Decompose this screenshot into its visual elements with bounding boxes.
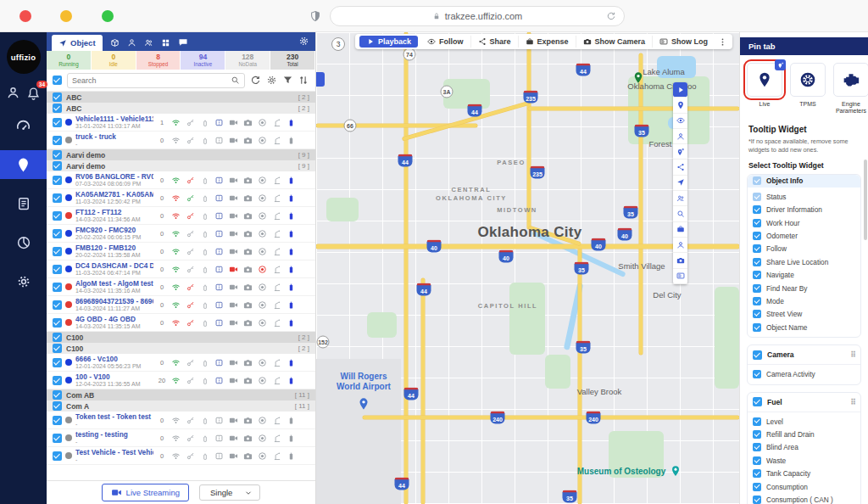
vehicle-checkbox[interactable]: [53, 118, 62, 127]
item-checkbox[interactable]: [753, 323, 761, 332]
item-checkbox[interactable]: [753, 430, 761, 439]
photo-camera-icon[interactable]: [242, 132, 253, 148]
status-chip-inactive[interactable]: 94Inactive: [181, 51, 225, 70]
tooltip-item-work-hour[interactable]: Work Hour: [753, 216, 855, 229]
vehicle-row[interactable]: FT112 - FT11214-03-2024 11:34:56 AM 0: [47, 207, 315, 225]
vehicle-checkbox[interactable]: [53, 211, 62, 221]
card-item-waste[interactable]: Waste: [753, 454, 855, 467]
address-bar[interactable]: trakzee.uffizio.com: [330, 6, 625, 26]
sidebar-item-analytics[interactable]: [0, 228, 47, 257]
item-checkbox[interactable]: [753, 297, 761, 305]
zoom-window-button[interactable]: [102, 10, 114, 22]
card-header[interactable]: Camera⠿: [753, 348, 855, 361]
reload-icon[interactable]: [606, 11, 616, 21]
card-item-consumption-can-[interactable]: Consumption ( CAN ): [753, 493, 855, 504]
side-tool-card-icon[interactable]: [673, 269, 687, 284]
close-window-button[interactable]: [19, 10, 31, 22]
video-camera-icon[interactable]: [228, 172, 239, 188]
tooltip-item-find-near-by[interactable]: Find Near By: [753, 282, 855, 294]
search-input[interactable]: [72, 76, 231, 85]
photo-camera-icon[interactable]: [242, 115, 253, 130]
vehicle-checkbox[interactable]: [53, 247, 62, 256]
video-camera-icon[interactable]: [228, 132, 239, 148]
tooltip-item-navigate[interactable]: Navigate: [753, 269, 855, 282]
photo-camera-icon[interactable]: [242, 448, 253, 463]
toolbar-button-follow[interactable]: Follow: [420, 36, 471, 48]
video-camera-icon[interactable]: [228, 279, 239, 294]
item-checkbox[interactable]: [753, 244, 761, 253]
vehicle-checkbox[interactable]: [53, 451, 62, 461]
record-icon[interactable]: [257, 244, 268, 259]
tooltip-item-object-name[interactable]: Object Name: [753, 321, 855, 333]
tooltip-item-share-live-location[interactable]: Share Live Location: [753, 255, 855, 268]
vehicle-row[interactable]: Vehicle1111 - Vehicle111131-01-2024 11:0…: [47, 114, 315, 132]
photo-camera-icon[interactable]: [242, 355, 253, 370]
side-tool-person-icon[interactable]: [673, 129, 687, 144]
side-tool-cursor-icon[interactable]: [673, 176, 687, 191]
item-checkbox[interactable]: [753, 370, 761, 378]
select-all-checkbox[interactable]: [53, 76, 62, 85]
card-item-tank-capacity[interactable]: Tank Capacity: [753, 467, 855, 479]
tooltip-item-object-info[interactable]: Object Info: [748, 175, 860, 188]
group-checkbox[interactable]: [53, 161, 62, 171]
drag-handle-icon[interactable]: ⠿: [850, 350, 855, 359]
item-checkbox[interactable]: [753, 417, 761, 426]
status-chip-idle[interactable]: 0Idle: [92, 51, 136, 70]
item-checkbox[interactable]: [753, 193, 761, 201]
side-tool-briefcase-icon[interactable]: [673, 222, 687, 238]
item-checkbox[interactable]: [753, 271, 761, 279]
vehicle-row[interactable]: FMC920 - FMC92020-02-2024 06:06:15 PM 0: [47, 225, 315, 243]
card-checkbox[interactable]: [753, 350, 762, 360]
vehicle-row[interactable]: KA05AM2781 - KA05AM27...11-03-2024 12:50…: [47, 189, 315, 207]
photo-camera-icon[interactable]: [242, 172, 253, 188]
zoo-marker-icon[interactable]: [632, 70, 645, 85]
item-checkbox[interactable]: [753, 205, 761, 214]
vehicle-row[interactable]: Token test - Token test- 0: [47, 412, 315, 429]
widget-card-engine-parameters[interactable]: [833, 63, 868, 97]
card-item-camera-activity[interactable]: Camera Activity: [753, 367, 855, 380]
tooltip-item-street-view[interactable]: Street View: [753, 308, 855, 321]
toolbar-button-playback[interactable]: Playback: [359, 36, 418, 48]
card-item-consumption[interactable]: Consumption: [753, 480, 855, 493]
status-chip-stopped[interactable]: 8Stopped: [136, 51, 181, 70]
vehicle-group-row[interactable]: ABC[ 2 ]: [47, 103, 315, 114]
photo-camera-icon[interactable]: [242, 244, 253, 259]
vehicle-checkbox[interactable]: [53, 300, 62, 310]
tooltip-item-driver-information[interactable]: Driver Information: [753, 204, 855, 216]
vehicle-group-row[interactable]: ABC[ 2 ]: [47, 92, 315, 103]
group-checkbox[interactable]: [53, 390, 62, 400]
vehicle-row[interactable]: 4G OBD - 4G OBD14-03-2024 11:35:15 AM 0: [47, 314, 315, 332]
vehicle-checkbox[interactable]: [53, 136, 62, 145]
panel-settings-icon[interactable]: [298, 36, 309, 47]
card-header[interactable]: Fuel⠿: [753, 395, 855, 409]
item-checkbox[interactable]: [753, 219, 761, 227]
item-checkbox[interactable]: [753, 456, 761, 465]
vehicle-row[interactable]: 6666 - Vc10012-01-2024 05:56:23 PM 0: [47, 354, 315, 372]
toolbar-button-show-camera[interactable]: Show Camera: [576, 36, 654, 48]
side-tool-magnifier-icon[interactable]: [673, 206, 687, 221]
group-checkbox[interactable]: [53, 104, 62, 113]
tab-message-icon[interactable]: [178, 37, 188, 48]
record-icon[interactable]: [257, 172, 268, 188]
record-icon[interactable]: [257, 448, 268, 463]
video-camera-icon[interactable]: [228, 315, 239, 330]
record-icon[interactable]: [257, 226, 268, 241]
photo-camera-icon[interactable]: [242, 412, 253, 428]
side-tool-eye-icon[interactable]: [673, 114, 687, 129]
streaming-mode-select[interactable]: Single: [199, 484, 260, 501]
item-checkbox[interactable]: [753, 232, 761, 240]
vehicle-group-row[interactable]: Aarvi demo[ 9 ]: [47, 160, 315, 171]
vehicle-row[interactable]: truck - truck- 0: [47, 132, 315, 149]
item-checkbox[interactable]: [753, 284, 761, 293]
photo-camera-icon[interactable]: [242, 279, 253, 294]
vehicle-checkbox[interactable]: [53, 376, 62, 385]
map-canvas[interactable]: Oklahoma CityPASEOCENTRALOKLAHOMA CITYMI…: [316, 32, 739, 504]
vehicle-group-row[interactable]: Aarvi demo[ 9 ]: [47, 149, 315, 160]
record-icon[interactable]: [257, 315, 268, 330]
record-icon[interactable]: [257, 355, 268, 370]
widget-card-live[interactable]: [747, 63, 782, 97]
item-checkbox[interactable]: [753, 443, 761, 451]
card-item-blind-area[interactable]: Blind Area: [753, 441, 855, 454]
item-checkbox[interactable]: [753, 483, 761, 491]
toolbar-button-show-log[interactable]: Show Log: [653, 36, 715, 48]
